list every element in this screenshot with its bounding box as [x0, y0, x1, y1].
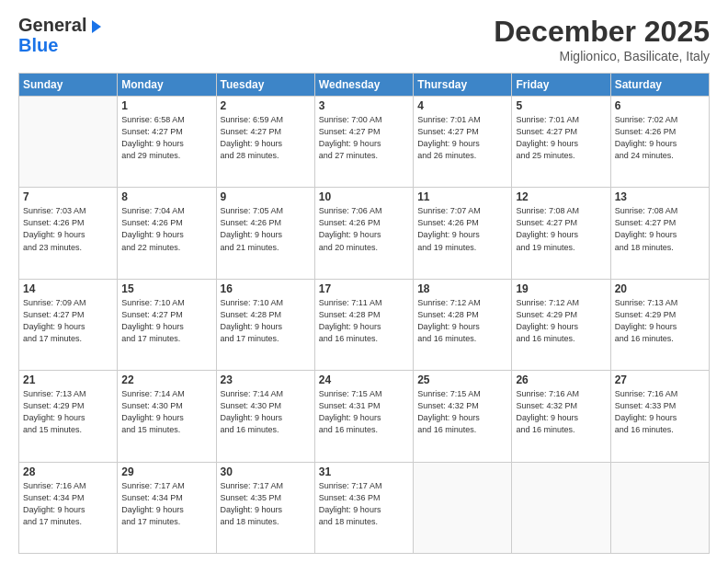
day-number: 17: [319, 282, 409, 295]
day-info: Sunrise: 7:08 AM Sunset: 4:27 PM Dayligh…: [615, 205, 705, 253]
table-row: 28Sunrise: 7:16 AM Sunset: 4:34 PM Dayli…: [19, 462, 118, 553]
col-saturday: Saturday: [610, 74, 709, 97]
day-info: Sunrise: 7:12 AM Sunset: 4:29 PM Dayligh…: [516, 297, 606, 345]
svg-marker-0: [92, 20, 101, 33]
day-number: 31: [319, 465, 409, 478]
day-info: Sunrise: 7:00 AM Sunset: 4:27 PM Dayligh…: [319, 114, 409, 162]
table-row: 13Sunrise: 7:08 AM Sunset: 4:27 PM Dayli…: [610, 188, 709, 279]
logo-blue: Blue: [18, 36, 58, 54]
table-row: 12Sunrise: 7:08 AM Sunset: 4:27 PM Dayli…: [512, 188, 610, 279]
day-info: Sunrise: 7:17 AM Sunset: 4:36 PM Dayligh…: [319, 480, 409, 528]
day-info: Sunrise: 7:12 AM Sunset: 4:28 PM Dayligh…: [417, 297, 507, 345]
col-thursday: Thursday: [414, 74, 512, 97]
day-info: Sunrise: 7:14 AM Sunset: 4:30 PM Dayligh…: [121, 388, 211, 436]
table-row: 25Sunrise: 7:15 AM Sunset: 4:32 PM Dayli…: [414, 371, 512, 462]
table-row: 15Sunrise: 7:10 AM Sunset: 4:27 PM Dayli…: [118, 279, 216, 370]
day-info: Sunrise: 7:16 AM Sunset: 4:33 PM Dayligh…: [615, 388, 705, 436]
day-number: 15: [121, 282, 211, 295]
day-info: Sunrise: 7:14 AM Sunset: 4:30 PM Dayligh…: [221, 388, 311, 436]
day-number: 13: [615, 190, 705, 203]
table-row: 7Sunrise: 7:03 AM Sunset: 4:26 PM Daylig…: [19, 188, 118, 279]
day-number: 7: [23, 190, 113, 203]
col-tuesday: Tuesday: [216, 74, 314, 97]
day-info: Sunrise: 7:04 AM Sunset: 4:26 PM Dayligh…: [121, 205, 211, 253]
day-info: Sunrise: 7:17 AM Sunset: 4:34 PM Dayligh…: [121, 480, 211, 528]
day-number: 2: [221, 99, 311, 112]
day-number: 9: [221, 190, 311, 203]
col-monday: Monday: [118, 74, 216, 97]
day-info: Sunrise: 7:17 AM Sunset: 4:35 PM Dayligh…: [221, 480, 311, 528]
month-title: December 2025: [494, 15, 710, 49]
table-row: 11Sunrise: 7:07 AM Sunset: 4:26 PM Dayli…: [414, 188, 512, 279]
day-info: Sunrise: 7:13 AM Sunset: 4:29 PM Dayligh…: [615, 297, 705, 345]
calendar-table: Sunday Monday Tuesday Wednesday Thursday…: [18, 73, 710, 554]
day-number: 1: [121, 99, 211, 112]
day-number: 11: [417, 190, 507, 203]
day-number: 4: [417, 99, 507, 112]
table-row: 20Sunrise: 7:13 AM Sunset: 4:29 PM Dayli…: [610, 279, 709, 370]
day-number: 5: [516, 99, 606, 112]
day-info: Sunrise: 7:10 AM Sunset: 4:27 PM Dayligh…: [121, 297, 211, 345]
day-info: Sunrise: 7:09 AM Sunset: 4:27 PM Dayligh…: [23, 297, 113, 345]
table-row: [512, 462, 610, 553]
table-row: 22Sunrise: 7:14 AM Sunset: 4:30 PM Dayli…: [118, 371, 216, 462]
day-info: Sunrise: 7:16 AM Sunset: 4:32 PM Dayligh…: [516, 388, 606, 436]
day-number: 8: [121, 190, 211, 203]
day-info: Sunrise: 7:11 AM Sunset: 4:28 PM Dayligh…: [319, 297, 409, 345]
calendar-week-row: 14Sunrise: 7:09 AM Sunset: 4:27 PM Dayli…: [19, 279, 710, 370]
table-row: 16Sunrise: 7:10 AM Sunset: 4:28 PM Dayli…: [216, 279, 314, 370]
table-row: 29Sunrise: 7:17 AM Sunset: 4:34 PM Dayli…: [118, 462, 216, 553]
location-title: Miglionico, Basilicate, Italy: [494, 49, 710, 63]
day-number: 29: [121, 465, 211, 478]
day-number: 16: [221, 282, 311, 295]
day-number: 14: [23, 282, 113, 295]
calendar-week-row: 7Sunrise: 7:03 AM Sunset: 4:26 PM Daylig…: [19, 188, 710, 279]
logo: General Blue: [18, 15, 105, 54]
table-row: 21Sunrise: 7:13 AM Sunset: 4:29 PM Dayli…: [19, 371, 118, 462]
day-info: Sunrise: 7:10 AM Sunset: 4:28 PM Dayligh…: [221, 297, 311, 345]
table-row: 24Sunrise: 7:15 AM Sunset: 4:31 PM Dayli…: [314, 371, 413, 462]
day-number: 3: [319, 99, 409, 112]
day-info: Sunrise: 6:59 AM Sunset: 4:27 PM Dayligh…: [221, 114, 311, 162]
col-sunday: Sunday: [19, 74, 118, 97]
calendar-week-row: 28Sunrise: 7:16 AM Sunset: 4:34 PM Dayli…: [19, 462, 710, 553]
table-row: 18Sunrise: 7:12 AM Sunset: 4:28 PM Dayli…: [414, 279, 512, 370]
day-info: Sunrise: 7:13 AM Sunset: 4:29 PM Dayligh…: [23, 388, 113, 436]
day-number: 21: [23, 373, 113, 386]
day-info: Sunrise: 7:15 AM Sunset: 4:31 PM Dayligh…: [319, 388, 409, 436]
table-row: 3Sunrise: 7:00 AM Sunset: 4:27 PM Daylig…: [314, 97, 413, 188]
header: General Blue December 2025 Miglionico, B…: [18, 15, 710, 63]
day-number: 27: [615, 373, 705, 386]
table-row: 6Sunrise: 7:02 AM Sunset: 4:26 PM Daylig…: [610, 97, 709, 188]
table-row: 14Sunrise: 7:09 AM Sunset: 4:27 PM Dayli…: [19, 279, 118, 370]
calendar-week-row: 1Sunrise: 6:58 AM Sunset: 4:27 PM Daylig…: [19, 97, 710, 188]
day-info: Sunrise: 6:58 AM Sunset: 4:27 PM Dayligh…: [121, 114, 211, 162]
day-number: 6: [615, 99, 705, 112]
table-row: [414, 462, 512, 553]
day-info: Sunrise: 7:06 AM Sunset: 4:26 PM Dayligh…: [319, 205, 409, 253]
day-number: 23: [221, 373, 311, 386]
day-info: Sunrise: 7:05 AM Sunset: 4:26 PM Dayligh…: [221, 205, 311, 253]
day-info: Sunrise: 7:03 AM Sunset: 4:26 PM Dayligh…: [23, 205, 113, 253]
table-row: 2Sunrise: 6:59 AM Sunset: 4:27 PM Daylig…: [216, 97, 314, 188]
day-number: 10: [319, 190, 409, 203]
day-number: 19: [516, 282, 606, 295]
table-row: 30Sunrise: 7:17 AM Sunset: 4:35 PM Dayli…: [216, 462, 314, 553]
day-number: 26: [516, 373, 606, 386]
day-info: Sunrise: 7:08 AM Sunset: 4:27 PM Dayligh…: [516, 205, 606, 253]
table-row: 23Sunrise: 7:14 AM Sunset: 4:30 PM Dayli…: [216, 371, 314, 462]
table-row: 1Sunrise: 6:58 AM Sunset: 4:27 PM Daylig…: [118, 97, 216, 188]
table-row: 26Sunrise: 7:16 AM Sunset: 4:32 PM Dayli…: [512, 371, 610, 462]
logo-arrow-icon: [88, 18, 105, 35]
calendar-header-row: Sunday Monday Tuesday Wednesday Thursday…: [19, 74, 710, 97]
table-row: 5Sunrise: 7:01 AM Sunset: 4:27 PM Daylig…: [512, 97, 610, 188]
calendar-week-row: 21Sunrise: 7:13 AM Sunset: 4:29 PM Dayli…: [19, 371, 710, 462]
table-row: 27Sunrise: 7:16 AM Sunset: 4:33 PM Dayli…: [610, 371, 709, 462]
table-row: [19, 97, 118, 188]
col-friday: Friday: [512, 74, 610, 97]
table-row: 10Sunrise: 7:06 AM Sunset: 4:26 PM Dayli…: [314, 188, 413, 279]
table-row: 31Sunrise: 7:17 AM Sunset: 4:36 PM Dayli…: [314, 462, 413, 553]
table-row: 8Sunrise: 7:04 AM Sunset: 4:26 PM Daylig…: [118, 188, 216, 279]
table-row: 4Sunrise: 7:01 AM Sunset: 4:27 PM Daylig…: [414, 97, 512, 188]
page: General Blue December 2025 Miglionico, B…: [0, 0, 728, 563]
